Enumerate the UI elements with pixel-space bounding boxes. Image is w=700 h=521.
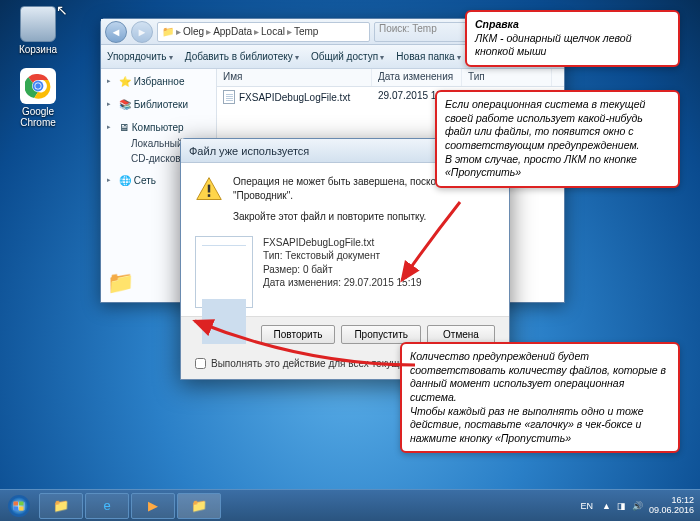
language-indicator[interactable]: EN: [578, 499, 597, 513]
cursor-icon: ↖: [56, 2, 68, 18]
chrome-icon: [20, 68, 56, 104]
dialog-title: Файл уже используется: [189, 145, 309, 157]
newfolder-menu[interactable]: Новая папка: [396, 51, 461, 62]
col-type[interactable]: Тип: [462, 69, 552, 86]
tray-flag-icon[interactable]: ▲: [602, 501, 611, 511]
folder-icon: 📁: [162, 26, 174, 37]
task-ie[interactable]: e: [85, 493, 129, 519]
svg-point-4: [35, 83, 40, 88]
col-date[interactable]: Дата изменения: [372, 69, 462, 86]
svg-rect-11: [14, 506, 19, 510]
folder-preview-icon: 📁: [107, 270, 134, 296]
task-folder[interactable]: 📁: [177, 493, 221, 519]
apply-all-checkbox[interactable]: [195, 358, 206, 369]
svg-rect-5: [208, 185, 210, 193]
cancel-button[interactable]: Отмена: [427, 325, 495, 344]
text-file-icon: [223, 90, 235, 104]
sidebar-favorites[interactable]: ⭐ Избранное: [101, 73, 216, 90]
svg-rect-9: [14, 501, 19, 505]
share-menu[interactable]: Общий доступ: [311, 51, 384, 62]
svg-rect-10: [19, 501, 24, 505]
svg-rect-6: [208, 194, 210, 197]
warning-icon: [195, 175, 223, 203]
system-tray: EN ▲ ◨ 🔊 16:1209.06.2016: [578, 496, 700, 516]
recycle-bin-label: Корзина: [10, 44, 66, 55]
callout-checkbox: Количество предупреждений будет соответс…: [400, 342, 680, 453]
callout-help: Справка ЛКМ - одинарный щелчок левой кно…: [465, 10, 680, 67]
chrome-shortcut[interactable]: Google Chrome: [10, 68, 66, 128]
include-menu[interactable]: Добавить в библиотеку: [185, 51, 299, 62]
callout-warning: Если операционная система в текущей свое…: [435, 90, 680, 188]
svg-rect-12: [19, 506, 24, 510]
crumb-2[interactable]: Local: [261, 26, 285, 37]
taskbar: 📁 e ▶ 📁 EN ▲ ◨ 🔊 16:1209.06.2016: [0, 489, 700, 521]
nav-forward-button[interactable]: ►: [131, 21, 153, 43]
file-thumbnail-icon: [195, 236, 253, 308]
start-button[interactable]: [0, 490, 38, 522]
crumb-1[interactable]: AppData: [213, 26, 252, 37]
chrome-label: Google Chrome: [10, 106, 66, 128]
col-name[interactable]: Имя: [217, 69, 372, 86]
sidebar-computer[interactable]: 🖥 Компьютер: [101, 119, 216, 136]
clock[interactable]: 16:1209.06.2016: [649, 496, 694, 516]
skip-button[interactable]: Пропустить: [341, 325, 421, 344]
crumb-0[interactable]: Oleg: [183, 26, 204, 37]
tray-volume-icon[interactable]: 🔊: [632, 501, 643, 511]
recycle-bin-icon: [20, 6, 56, 42]
sidebar-libraries[interactable]: 📚 Библиотеки: [101, 96, 216, 113]
organize-menu[interactable]: Упорядочить: [107, 51, 173, 62]
retry-button[interactable]: Повторить: [261, 325, 336, 344]
file-metadata: FXSAPIDebugLogFile.txt Тип: Текстовый до…: [263, 236, 422, 308]
breadcrumb[interactable]: 📁 ▸ Oleg▸ AppData▸ Local▸ Temp: [157, 22, 370, 42]
crumb-3[interactable]: Temp: [294, 26, 318, 37]
file-name: FXSAPIDebugLogFile.txt: [239, 92, 350, 103]
nav-back-button[interactable]: ◄: [105, 21, 127, 43]
tray-network-icon[interactable]: ◨: [617, 501, 626, 511]
task-media[interactable]: ▶: [131, 493, 175, 519]
task-explorer[interactable]: 📁: [39, 493, 83, 519]
